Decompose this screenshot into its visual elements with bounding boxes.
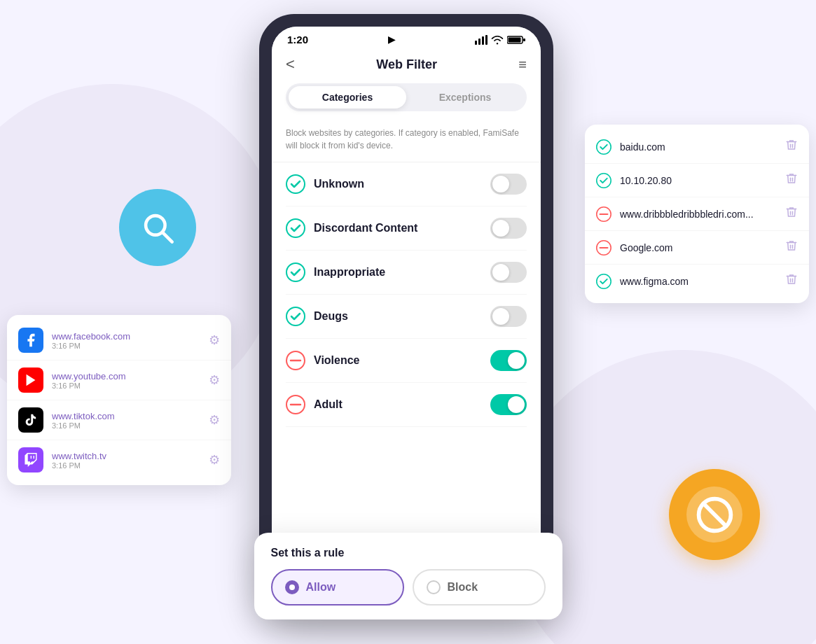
gear-icon[interactable]: ⚙: [209, 372, 220, 388]
check-circle-icon: [286, 307, 305, 326]
rule-card-title: Set this a rule: [271, 547, 546, 559]
svg-point-12: [286, 263, 305, 281]
activity-info: www.tiktok.com 3:16 PM: [52, 411, 200, 430]
wifi-icon: [491, 35, 504, 45]
activity-time: 3:16 PM: [52, 421, 200, 430]
list-item: 10.10.20.80: [585, 163, 809, 197]
no-entry-icon: [696, 496, 734, 534]
status-bar: 1:20 ▶: [272, 27, 541, 50]
trash-icon[interactable]: [785, 239, 798, 255]
facebook-icon: [18, 328, 43, 353]
svg-rect-3: [475, 41, 477, 45]
exception-url: Google.com: [620, 242, 777, 253]
block-circle-icon: [596, 240, 611, 255]
rule-card: Set this a rule Allow Block: [254, 533, 562, 620]
allow-radio: [285, 580, 299, 594]
svg-point-13: [286, 307, 305, 326]
exception-url: baidu.com: [620, 141, 777, 153]
category-name: Adult: [314, 398, 343, 411]
location-icon: ▶: [388, 34, 395, 45]
trash-icon[interactable]: [785, 273, 798, 289]
trash-icon[interactable]: [785, 139, 798, 155]
list-item: www.youtube.com 3:16 PM ⚙: [7, 360, 231, 400]
list-item: baidu.com: [585, 130, 809, 163]
list-item: Google.com: [585, 230, 809, 264]
svg-rect-6: [485, 35, 487, 45]
check-circle-icon: [286, 174, 305, 194]
svg-point-24: [597, 274, 611, 288]
search-circle: [119, 189, 196, 266]
battery-icon: [507, 35, 525, 45]
svg-point-19: [597, 173, 611, 187]
block-circle-icon: [596, 206, 611, 222]
category-name: Unknown: [314, 178, 364, 190]
block-circle-icon: [286, 351, 305, 370]
allow-button[interactable]: Allow: [271, 569, 404, 606]
toggle-discordant[interactable]: [490, 218, 527, 239]
exceptions-panel: baidu.com 10.10.20.80 www.dribbbledribbb…: [585, 125, 809, 303]
trash-icon[interactable]: [785, 206, 798, 222]
exception-url: www.dribbbledribbbledri.com...: [620, 209, 777, 220]
activity-info: www.youtube.com 3:16 PM: [52, 371, 200, 390]
tab-bar: Categories Exceptions: [286, 83, 527, 111]
toggle-inappropriate[interactable]: [490, 262, 527, 283]
block-button[interactable]: Block: [413, 569, 546, 606]
filter-description: Block websites by categories. If categor…: [272, 121, 541, 162]
svg-line-26: [703, 503, 726, 526]
youtube-icon: [18, 368, 43, 393]
activity-url: www.youtube.com: [52, 371, 200, 382]
activity-time: 3:16 PM: [52, 461, 200, 470]
list-item: Adult: [286, 383, 527, 427]
trash-icon[interactable]: [785, 172, 798, 188]
exception-url: www.figma.com: [620, 276, 777, 287]
svg-point-11: [286, 219, 305, 237]
activity-info: www.twitch.tv 3:16 PM: [52, 451, 200, 470]
list-item: Discordant Content: [286, 206, 527, 251]
tab-categories[interactable]: Categories: [289, 86, 406, 108]
block-radio: [427, 580, 441, 594]
signal-icon: [475, 35, 487, 45]
list-item: www.twitch.tv 3:16 PM ⚙: [7, 440, 231, 479]
gear-icon[interactable]: ⚙: [209, 332, 220, 348]
block-inner: [686, 486, 742, 542]
category-name: Violence: [314, 354, 360, 367]
check-circle-icon: [286, 218, 305, 238]
list-item: Violence: [286, 339, 527, 383]
list-item: Unknown: [286, 162, 527, 206]
activity-time: 3:16 PM: [52, 382, 200, 390]
check-circle-icon: [286, 262, 305, 282]
toggle-deugs[interactable]: [490, 306, 527, 327]
allow-label: Allow: [306, 581, 336, 594]
category-name: Deugs: [314, 310, 348, 323]
list-item: www.dribbbledribbbledri.com...: [585, 197, 809, 230]
list-item: www.figma.com: [585, 264, 809, 298]
check-circle-icon: [596, 274, 611, 289]
list-item: www.facebook.com 3:16 PM ⚙: [7, 321, 231, 360]
list-item: Deugs: [286, 295, 527, 339]
svg-rect-8: [509, 37, 521, 42]
status-time: 1:20: [287, 34, 308, 46]
category-name: Discordant Content: [314, 222, 417, 234]
activity-time: 3:16 PM: [52, 342, 200, 350]
toggle-adult[interactable]: [490, 394, 527, 415]
menu-button[interactable]: ≡: [518, 57, 527, 73]
list-item: Inappropriate: [286, 251, 527, 295]
phone-screen: 1:20 ▶: [272, 27, 541, 603]
back-button[interactable]: <: [286, 55, 295, 74]
activity-info: www.facebook.com 3:16 PM: [52, 331, 200, 350]
block-circle-icon: [286, 395, 305, 414]
toggle-violence[interactable]: [490, 350, 527, 371]
svg-point-18: [597, 139, 611, 153]
block-circle: [669, 469, 760, 560]
tabs-container: Categories Exceptions: [272, 83, 541, 121]
gear-icon[interactable]: ⚙: [209, 452, 220, 468]
exception-url: 10.10.20.80: [620, 175, 777, 186]
svg-rect-4: [478, 38, 480, 45]
svg-marker-2: [27, 374, 36, 386]
toggle-unknown[interactable]: [490, 174, 527, 195]
tiktok-icon: [18, 407, 43, 433]
tab-exceptions[interactable]: Exceptions: [406, 86, 524, 108]
gear-icon[interactable]: ⚙: [209, 412, 220, 428]
check-circle-icon: [596, 173, 611, 188]
activity-url: www.facebook.com: [52, 331, 200, 342]
